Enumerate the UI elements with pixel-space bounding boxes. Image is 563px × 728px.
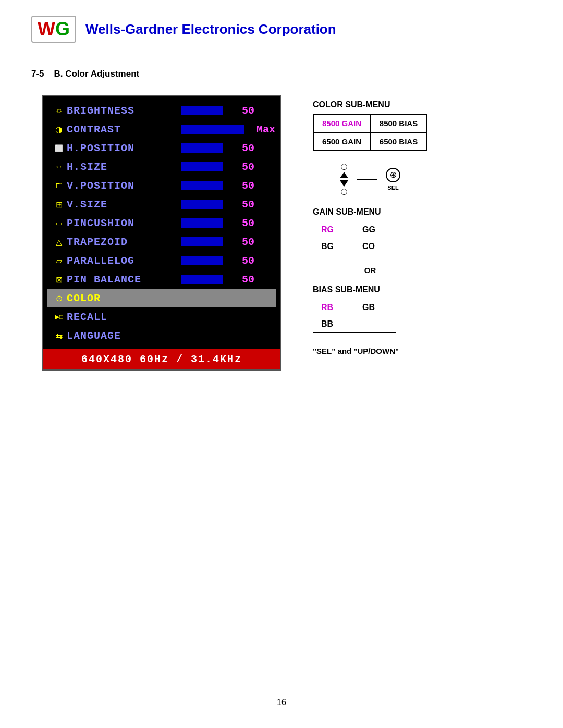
or-text: OR	[313, 266, 427, 275]
hsize-value: 50	[228, 161, 254, 173]
contrast-icon: ◑	[51, 125, 67, 134]
sel-button-icon: ④	[386, 168, 400, 182]
page-number: 16	[277, 698, 286, 707]
parallelog-bar	[181, 256, 223, 265]
pincushion-value: 50	[228, 217, 254, 229]
table-row: ☼ BRIGHTNESS 50	[47, 101, 276, 120]
gain-cell-gg: GG	[354, 221, 396, 238]
nav-line	[357, 179, 377, 180]
bias-cell-bb: BB	[313, 316, 354, 332]
parallelog-label: PARALLELOG	[67, 255, 181, 267]
table-row: ▶□ RECALL	[47, 307, 276, 326]
vposition-icon: 🗔	[51, 182, 67, 190]
table-row: ▱ PARALLELOG 50	[47, 251, 276, 270]
table-row: 🗔 V.POSITION 50	[47, 176, 276, 195]
recall-label: RECALL	[67, 311, 181, 323]
color-submenu-grid: 8500 GAIN 8500 BIAS 6500 GAIN 6500 BIAS	[313, 114, 427, 151]
vsize-bar	[181, 200, 223, 209]
hposition-bar	[181, 143, 223, 153]
contrast-label: CONTRAST	[67, 124, 181, 135]
submenu-cell-6500bias: 6500 BIAS	[370, 132, 427, 151]
color-submenu-title: COLOR SUB-MENU	[313, 100, 390, 109]
company-name: Wells-Gardner Electronics Corporation	[85, 21, 336, 38]
logo-box: WG	[31, 16, 76, 43]
color-submenu-section: COLOR SUB-MENU 8500 GAIN 8500 BIAS 6500 …	[313, 100, 427, 151]
bias-submenu-section: BIAS SUB-MENU RB GB BB	[313, 285, 427, 333]
table-row: ◑ CONTRAST Max	[47, 120, 276, 139]
table-row: ⊞ V.SIZE 50	[47, 195, 276, 214]
pinbalance-value: 50	[228, 274, 254, 286]
osd-screen: ☼ BRIGHTNESS 50 ◑ CONTRAST Max ⬜ H.POSIT…	[42, 95, 282, 371]
table-row: △ TRAPEZOID 50	[47, 232, 276, 251]
hsize-icon: ↔	[51, 162, 67, 171]
section-heading: 7-5 B. Color Adjustment	[0, 53, 563, 90]
bias-cell-empty	[354, 316, 396, 332]
vsize-value: 50	[228, 199, 254, 211]
logo-w-letter: W	[38, 18, 55, 40]
hposition-icon: ⬜	[51, 144, 67, 152]
gain-submenu-title: GAIN SUB-MENU	[313, 207, 381, 217]
hsize-label: H.SIZE	[67, 161, 181, 173]
nav-circle-top	[341, 164, 347, 170]
pincushion-icon: ▭	[51, 219, 67, 227]
submenu-cell-8500bias: 8500 BIAS	[370, 114, 427, 132]
nav-circle-bottom	[341, 189, 347, 195]
osd-status-bar: 640X480 60Hz / 31.4KHz	[43, 349, 280, 369]
pinbalance-bar	[181, 275, 223, 284]
pinbalance-icon: ⊠	[51, 275, 67, 285]
section-label: 7-5	[31, 69, 44, 79]
vposition-label: V.POSITION	[67, 180, 181, 192]
osd-rows: ☼ BRIGHTNESS 50 ◑ CONTRAST Max ⬜ H.POSIT…	[43, 96, 280, 349]
gain-submenu-section: GAIN SUB-MENU RG GG BG CO	[313, 207, 427, 255]
hsize-bar	[181, 162, 223, 171]
table-row: ⬜ H.POSITION 50	[47, 139, 276, 157]
vsize-label: V.SIZE	[67, 199, 181, 211]
vsize-icon: ⊞	[51, 200, 67, 209]
header: WG Wells-Gardner Electronics Corporation	[0, 0, 563, 53]
pincushion-bar	[181, 218, 223, 228]
gain-cell-bg: BG	[313, 238, 354, 255]
trapezoid-label: TRAPEZOID	[67, 236, 181, 248]
language-label: LANGUAGE	[67, 330, 181, 342]
parallelog-icon: ▱	[51, 256, 67, 266]
contrast-value: Max	[249, 124, 275, 135]
logo-icon: WG	[38, 20, 70, 39]
main-content: ☼ BRIGHTNESS 50 ◑ CONTRAST Max ⬜ H.POSIT…	[0, 90, 563, 381]
trapezoid-icon: △	[51, 237, 67, 247]
table-row: ⊠ PIN BALANCE 50	[47, 270, 276, 289]
table-row: ↔ H.SIZE 50	[47, 157, 276, 176]
language-icon: ⇆	[51, 331, 67, 341]
parallelog-value: 50	[228, 255, 254, 267]
contrast-bar	[181, 125, 244, 134]
brightness-value: 50	[228, 105, 254, 117]
brightness-icon: ☼	[51, 106, 67, 115]
color-icon: ⊙	[51, 293, 67, 303]
section-title: B. Color Adjustment	[54, 69, 139, 79]
nav-arrows	[340, 164, 348, 195]
hposition-value: 50	[228, 142, 254, 154]
table-row: ⇆ LANGUAGE	[47, 326, 276, 345]
vposition-bar	[181, 181, 223, 190]
trapezoid-value: 50	[228, 236, 254, 248]
color-label: COLOR	[67, 292, 181, 304]
sel-label: SEL	[387, 184, 398, 191]
recall-icon: ▶□	[51, 313, 67, 320]
bias-submenu-grid: RB GB BB	[313, 299, 396, 333]
submenu-cell-8500gain: 8500 GAIN	[313, 114, 370, 132]
brightness-label: BRIGHTNESS	[67, 105, 181, 117]
table-row: ▭ PINCUSHION 50	[47, 214, 276, 232]
pincushion-label: PINCUSHION	[67, 217, 181, 229]
hposition-label: H.POSITION	[67, 142, 181, 154]
vposition-value: 50	[228, 180, 254, 192]
nav-sel: ④ SEL	[386, 168, 400, 191]
gain-submenu-grid: RG GG BG CO	[313, 221, 396, 255]
brightness-bar	[181, 106, 223, 115]
logo-g-letter: G	[55, 18, 70, 40]
pinbalance-label: PIN BALANCE	[67, 274, 181, 286]
gain-cell-rg: RG	[313, 221, 354, 238]
right-panel: COLOR SUB-MENU 8500 GAIN 8500 BIAS 6500 …	[313, 95, 427, 371]
nav-arrow-up-icon	[340, 172, 348, 178]
bias-cell-gb: GB	[354, 299, 396, 316]
submenu-cell-6500gain: 6500 GAIN	[313, 132, 370, 151]
bias-cell-rb: RB	[313, 299, 354, 316]
